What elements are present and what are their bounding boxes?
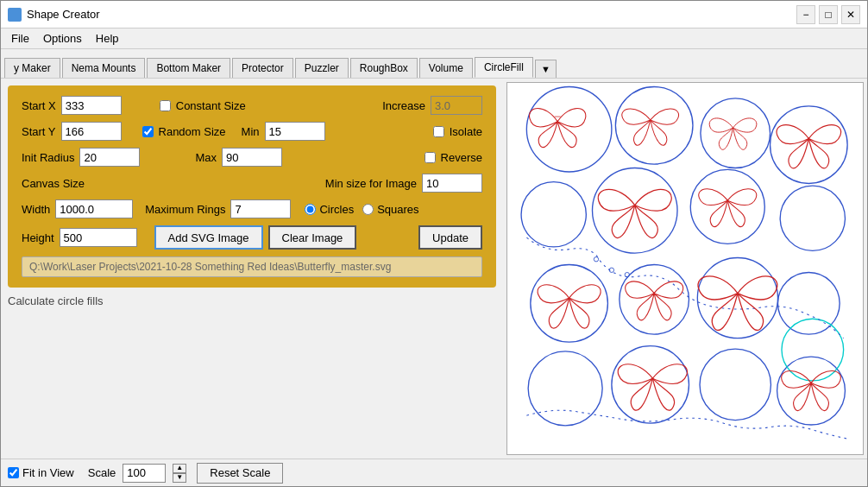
main-window: Shape Creator − □ ✕ File Options Help y … [0, 0, 868, 487]
constant-size-label: Constant Size [176, 99, 246, 112]
max-rings-input[interactable] [230, 199, 291, 218]
minimize-button[interactable]: − [796, 5, 815, 24]
tab-bottom-maker[interactable]: Bottom Maker [147, 58, 230, 78]
form-area: Start X Constant Size Increase Start Y R… [8, 85, 496, 288]
init-radius-input[interactable] [79, 148, 140, 167]
scale-down-button[interactable]: ▼ [173, 473, 186, 483]
canvas-area [507, 83, 863, 454]
tab-protector[interactable]: Protector [232, 58, 293, 78]
min-input[interactable] [265, 122, 325, 141]
min-size-image-input[interactable] [422, 174, 482, 193]
close-button[interactable]: ✕ [841, 5, 860, 24]
constant-size-checkbox[interactable] [160, 100, 171, 111]
increase-input[interactable] [431, 96, 482, 115]
tabs-bar: y Maker Nema Mounts Bottom Maker Protect… [1, 49, 867, 79]
circles-radio[interactable] [305, 204, 316, 215]
tab-puzzler[interactable]: Puzzler [295, 58, 349, 78]
fit-in-view-section: Fit in View [8, 466, 74, 479]
fit-in-view-label: Fit in View [22, 466, 74, 479]
random-size-checkbox[interactable] [142, 126, 154, 137]
title-bar: Shape Creator − □ ✕ [1, 1, 867, 28]
isolate-label: Isolate [450, 125, 482, 138]
isolate-checkbox[interactable] [433, 126, 444, 137]
width-label: Width [22, 203, 50, 216]
tab-circlefill[interactable]: CircleFill [475, 57, 533, 78]
scale-input[interactable] [123, 464, 166, 483]
menu-help[interactable]: Help [89, 30, 126, 47]
init-radius-row: Init Radius Max Reverse [22, 148, 482, 167]
tab-ymaker[interactable]: y Maker [4, 58, 60, 78]
width-input[interactable] [55, 199, 133, 218]
min-label: Min [242, 125, 260, 138]
max-rings-label: Maximum Rings [145, 203, 225, 216]
circles-label: Circles [319, 203, 354, 216]
update-button[interactable]: Update [418, 225, 482, 250]
start-x-row: Start X Constant Size Increase [22, 96, 482, 115]
width-row: Width Maximum Rings Circles Squares [22, 199, 482, 218]
tab-nema-mounts[interactable]: Nema Mounts [62, 58, 146, 78]
start-x-input[interactable] [61, 96, 122, 115]
add-svg-button[interactable]: Add SVG Image [154, 225, 263, 250]
file-path-display: Q:\Work\Laser Projects\2021-10-28 Someth… [22, 256, 482, 277]
canvas-size-row: Canvas Size Min size for Image [22, 174, 482, 193]
init-radius-label: Init Radius [22, 151, 74, 164]
min-size-image-label: Min size for Image [325, 177, 417, 190]
scale-label: Scale [88, 466, 116, 479]
canvas-size-label: Canvas Size [22, 177, 86, 190]
increase-label: Increase [382, 99, 425, 112]
app-icon [8, 8, 22, 22]
canvas-svg [507, 83, 863, 454]
menu-options[interactable]: Options [36, 30, 89, 47]
max-label: Max [195, 151, 217, 164]
bottom-bar: Fit in View Scale ▲ ▼ Reset Scale [1, 459, 867, 486]
tab-more-button[interactable]: ▼ [535, 60, 557, 78]
calc-label: Calculate circle fills [8, 294, 496, 307]
tab-roughbox[interactable]: RoughBox [350, 58, 418, 78]
max-input[interactable] [222, 148, 282, 167]
start-y-row: Start Y Random Size Min Isolate [22, 122, 482, 141]
start-y-input[interactable] [61, 122, 122, 141]
clear-image-button[interactable]: Clear Image [268, 225, 357, 250]
left-panel: Start X Constant Size Increase Start Y R… [1, 79, 503, 459]
scale-up-button[interactable]: ▲ [173, 464, 186, 473]
height-label: Height [22, 231, 54, 244]
svg-rect-0 [523, 83, 847, 454]
height-input[interactable] [60, 228, 137, 247]
menu-bar: File Options Help [1, 28, 867, 49]
window-title: Shape Creator [27, 8, 796, 21]
height-row: Height Add SVG Image Clear Image Update [22, 225, 482, 250]
fit-in-view-checkbox[interactable] [8, 467, 19, 478]
random-size-label: Random Size [159, 125, 226, 138]
maximize-button[interactable]: □ [819, 5, 838, 24]
scale-spinner: ▲ ▼ [173, 464, 186, 483]
horizontal-scrollbar[interactable] [507, 454, 863, 455]
tab-volume[interactable]: Volume [419, 58, 473, 78]
window-controls: − □ ✕ [796, 5, 860, 24]
main-content: Start X Constant Size Increase Start Y R… [1, 79, 867, 459]
reset-scale-button[interactable]: Reset Scale [197, 463, 283, 484]
canvas-panel [506, 82, 864, 455]
start-y-label: Start Y [22, 125, 56, 138]
squares-label: Squares [377, 203, 418, 216]
squares-radio[interactable] [362, 204, 374, 215]
reverse-checkbox[interactable] [425, 152, 436, 163]
start-x-label: Start X [22, 99, 56, 112]
reverse-label: Reverse [441, 151, 482, 164]
menu-file[interactable]: File [4, 30, 36, 47]
